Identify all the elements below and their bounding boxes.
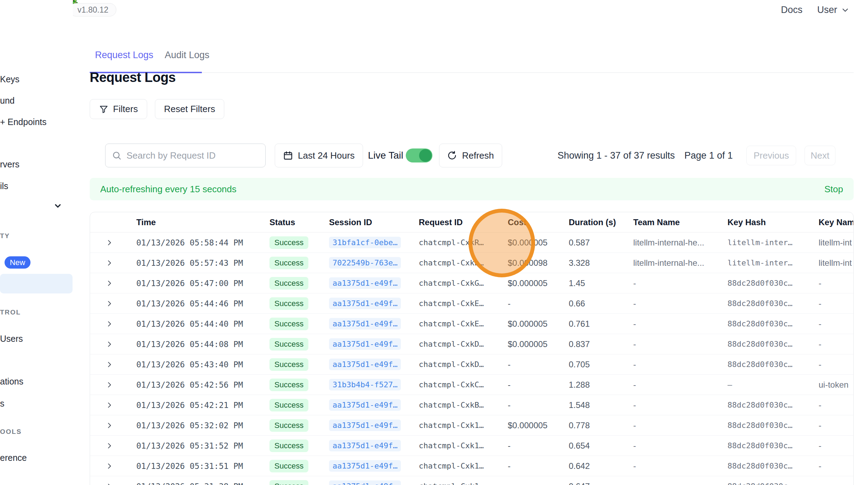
sidebar-item-organizations[interactable]: ations — [0, 376, 23, 387]
sidebar-item-reference[interactable]: erence — [0, 453, 27, 463]
table-row[interactable]: 01/13/2026 05:58:44 PM Success 31bfa1cf-… — [90, 233, 853, 253]
sidebar-item-teams[interactable]: s — [0, 399, 5, 409]
page-title: Request Logs — [90, 70, 176, 85]
expand-row-icon[interactable] — [105, 462, 113, 470]
filters-button[interactable]: Filters — [90, 99, 147, 119]
tab-request-logs[interactable]: Request Logs — [95, 50, 153, 61]
cell-key-name: - — [819, 319, 853, 329]
session-id-link[interactable]: aa1375d1-e49f… — [329, 440, 401, 451]
expand-row-icon[interactable] — [105, 401, 113, 409]
cell-duration: 1.548 — [569, 400, 633, 410]
table-row[interactable]: 01/13/2026 05:42:56 PM Success 31b3b4b4-… — [90, 375, 853, 395]
cell-cost: $0.000098 — [508, 258, 569, 268]
next-page-button[interactable]: Next — [805, 146, 835, 165]
results-count: Showing 1 - 37 of 37 results — [558, 150, 675, 161]
cell-request-id: chatcmpl-Cxk1… — [419, 441, 508, 450]
table-row[interactable]: 01/13/2026 05:32:02 PM Success aa1375d1-… — [90, 415, 853, 436]
table-row[interactable]: 01/13/2026 05:31:52 PM Success aa1375d1-… — [90, 436, 853, 456]
expand-row-icon[interactable] — [105, 320, 113, 328]
cell-duration: 0.837 — [569, 339, 633, 349]
table-row[interactable]: 01/13/2026 05:57:43 PM Success 7022549b-… — [90, 253, 853, 273]
sidebar-item-models-endpoints[interactable]: + Endpoints — [0, 117, 47, 127]
col-status: Status — [269, 217, 329, 227]
search-box[interactable] — [105, 144, 266, 167]
session-id-link[interactable]: 31bfa1cf-0ebe… — [329, 237, 401, 248]
sidebar-collapse-chevron-icon[interactable] — [53, 201, 62, 210]
new-badge: New — [5, 256, 30, 269]
cell-time: 01/13/2026 05:44:40 PM — [136, 319, 269, 328]
refresh-label: Refresh — [462, 150, 494, 161]
cell-team-name: - — [633, 299, 727, 309]
cell-key-hash: 88dc28d0f030c… — [727, 279, 819, 287]
sidebar-item-internal-users[interactable]: Users — [0, 334, 23, 344]
cell-team-name: litellm-internal-he... — [633, 238, 727, 248]
session-id-link[interactable]: aa1375d1-e49f… — [329, 420, 401, 431]
toggle-knob — [419, 149, 432, 162]
table-row[interactable]: 01/13/2026 05:47:00 PM Success aa1375d1-… — [90, 273, 853, 293]
cell-duration: 0.705 — [569, 360, 633, 369]
expand-row-icon[interactable] — [105, 442, 113, 450]
table-row[interactable]: 01/13/2026 05:43:40 PM Success aa1375d1-… — [90, 354, 853, 375]
sidebar-item-virtual-keys[interactable]: Keys — [0, 74, 20, 84]
table-row[interactable]: 01/13/2026 05:42:21 PM Success aa1375d1-… — [90, 395, 853, 415]
cell-time: 01/13/2026 05:31:52 PM — [136, 441, 269, 450]
previous-page-button[interactable]: Previous — [746, 146, 796, 165]
live-tail-toggle[interactable] — [406, 148, 432, 162]
session-id-link[interactable]: aa1375d1-e49f… — [329, 298, 401, 309]
cell-key-hash: 88dc28d0f030c… — [727, 401, 819, 409]
session-id-link[interactable]: aa1375d1-e49f… — [329, 338, 401, 350]
table-row[interactable]: 01/13/2026 05:31:38 PM Success aa1375d1-… — [90, 476, 853, 485]
refresh-button[interactable]: Refresh — [439, 144, 502, 167]
user-menu[interactable]: User — [817, 5, 850, 15]
cell-duration: 0.654 — [569, 441, 633, 451]
expand-row-icon[interactable] — [105, 239, 113, 247]
expand-row-icon[interactable] — [105, 483, 113, 485]
calendar-icon — [283, 151, 293, 160]
cell-team-name: - — [633, 481, 727, 485]
session-id-link[interactable]: 31b3b4b4-f527… — [329, 379, 401, 390]
cell-key-hash: litellm-inter… — [727, 258, 819, 267]
sidebar-item-guardrails[interactable]: ils — [0, 181, 8, 191]
expand-row-icon[interactable] — [105, 340, 113, 348]
session-id-link[interactable]: aa1375d1-e49f… — [329, 277, 401, 289]
cell-request-id: chatcmpl-Cxk1… — [419, 462, 508, 470]
top-bar: 🚅 LiteLLM 🎄 v1.80.12 Docs User — [0, 0, 868, 20]
time-range-button[interactable]: Last 24 Hours — [275, 144, 363, 167]
sidebar-item-logs-selected[interactable] — [0, 274, 73, 293]
session-id-link[interactable]: aa1375d1-e49f… — [329, 359, 401, 370]
logs-toolbar: Last 24 Hours Live Tail Refresh Showing … — [0, 141, 868, 169]
reset-filters-button[interactable]: Reset Filters — [155, 99, 224, 119]
status-badge: Success — [269, 236, 308, 249]
session-id-link[interactable]: aa1375d1-e49f… — [329, 318, 401, 330]
cell-key-name: - — [819, 481, 853, 485]
expand-row-icon[interactable] — [105, 300, 113, 307]
cell-cost: - — [508, 360, 569, 369]
docs-link[interactable]: Docs — [781, 5, 802, 15]
sidebar-section-tools: OOLS — [0, 428, 22, 436]
version-badge: v1.80.12 — [69, 3, 116, 16]
cell-time: 01/13/2026 05:44:08 PM — [136, 340, 269, 349]
live-tail-label: Live Tail — [368, 150, 403, 161]
cell-duration: 1.288 — [569, 380, 633, 390]
stop-auto-refresh-button[interactable]: Stop — [825, 184, 843, 195]
expand-row-icon[interactable] — [105, 279, 113, 287]
table-row[interactable]: 01/13/2026 05:44:40 PM Success aa1375d1-… — [90, 314, 853, 334]
expand-row-icon[interactable] — [105, 381, 113, 389]
table-row[interactable]: 01/13/2026 05:31:51 PM Success aa1375d1-… — [90, 456, 853, 476]
sidebar-item-playground[interactable]: und — [0, 96, 15, 106]
table-row[interactable]: 01/13/2026 05:44:08 PM Success aa1375d1-… — [90, 334, 853, 354]
tab-audit-logs[interactable]: Audit Logs — [165, 50, 210, 61]
expand-row-icon[interactable] — [105, 422, 113, 429]
search-input[interactable] — [127, 150, 259, 161]
session-id-link[interactable]: 7022549b-763e… — [329, 257, 401, 269]
status-badge: Success — [269, 297, 308, 310]
col-key-hash: Key Hash — [727, 217, 819, 227]
request-logs-table: Time Status Session ID Request ID Cost D… — [90, 212, 854, 485]
expand-row-icon[interactable] — [105, 259, 113, 267]
session-id-link[interactable]: aa1375d1-e49f… — [329, 460, 401, 472]
expand-row-icon[interactable] — [105, 361, 113, 368]
table-row[interactable]: 01/13/2026 05:44:46 PM Success aa1375d1-… — [90, 293, 853, 314]
search-icon — [112, 151, 122, 160]
session-id-link[interactable]: aa1375d1-e49f… — [329, 480, 401, 485]
session-id-link[interactable]: aa1375d1-e49f… — [329, 399, 401, 411]
